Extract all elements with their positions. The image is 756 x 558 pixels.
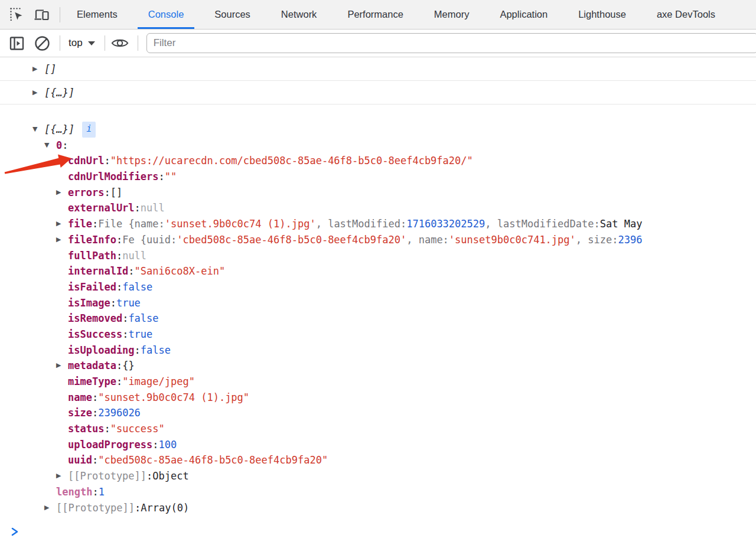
value-segment-plain: : — [92, 484, 98, 500]
console-tree-row: externalUrl: null — [0, 200, 756, 216]
tab-performance[interactable]: Performance — [332, 0, 418, 29]
value-segment-string: "Sani6co8X-ein" — [135, 263, 226, 279]
disclosure-triangle-icon[interactable]: ▶ — [44, 500, 56, 516]
value-segment-plain: : — [92, 452, 98, 468]
console-tree-row: isSuccess: true — [0, 327, 756, 342]
console-tree-row[interactable]: ▼0: — [0, 138, 756, 154]
console-tree-row[interactable]: ▶[[Prototype]]: Array(0) — [0, 500, 756, 516]
disclosure-triangle-icon[interactable]: ▶ — [32, 65, 44, 73]
console-tree-row: status: "success" — [0, 421, 756, 437]
value-segment-number: 2396 — [618, 232, 642, 248]
disclosure-triangle-icon[interactable]: ▼ — [32, 122, 44, 138]
array-preview[interactable]: [{…}] — [44, 87, 74, 99]
log-entry-collapsed[interactable]: ▶ [{…}] — [0, 81, 756, 105]
console-tree-row: isRemoved: false — [0, 311, 756, 327]
value-segment-plain: : — [110, 295, 116, 311]
tab-axe-devtools[interactable]: axe DevTools — [641, 0, 731, 29]
console-sidebar-icon[interactable] — [8, 34, 25, 52]
value-segment-key: mimeType — [68, 374, 116, 390]
array-preview[interactable]: [{…}] — [44, 122, 74, 138]
tab-lighthouse[interactable]: Lighthouse — [563, 0, 641, 29]
value-segment-proto: [[Prototype]] — [68, 468, 146, 484]
value-segment-plain: : — [116, 374, 122, 390]
console-tree-row: uuid: "cbed508c-85ae-46f8-b5c0-8eef4cb9f… — [0, 452, 756, 468]
value-segment-preview: File {name: — [98, 216, 165, 232]
log-entry-collapsed[interactable]: ▶ [] — [0, 57, 756, 81]
value-segment-number: 1 — [99, 484, 105, 500]
value-segment-number: false — [122, 279, 152, 295]
value-segment-plain: : — [104, 421, 110, 437]
value-segment-plain: : — [116, 358, 122, 374]
tab-sources[interactable]: Sources — [199, 0, 266, 29]
disclosure-triangle-icon[interactable]: ▼ — [44, 138, 56, 154]
context-selector[interactable]: top — [69, 37, 95, 49]
value-segment-key: cdnUrlModifiers — [68, 169, 159, 185]
console-tree-row: isFailed: false — [0, 279, 756, 295]
prompt-chevron-icon — [11, 527, 19, 536]
value-segment-string: "" — [165, 169, 177, 185]
value-segment-null: null — [141, 200, 165, 216]
console-tree-row: isImage: true — [0, 295, 756, 311]
value-segment-plain: : — [128, 263, 134, 279]
tab-elements[interactable]: Elements — [61, 0, 133, 29]
tab-application[interactable]: Application — [484, 0, 563, 29]
disclosure-triangle-icon[interactable]: ▶ — [56, 468, 68, 484]
console-prompt[interactable] — [0, 527, 756, 536]
value-segment-string: 'sunset.9b0c0c74 (1).jpg' — [165, 216, 316, 232]
value-segment-keydim: length — [56, 484, 92, 500]
value-segment-proto: [[Prototype]] — [56, 500, 135, 516]
value-segment-plain: : — [116, 248, 122, 264]
value-segment-plain: : — [159, 169, 165, 185]
console-tree-row: uploadProgress: 100 — [0, 437, 756, 453]
value-segment-preview: , size: — [576, 232, 618, 248]
value-segment-key: uploadProgress — [68, 437, 152, 453]
value-segment-plain: : — [146, 468, 152, 484]
tab-memory[interactable]: Memory — [419, 0, 485, 29]
object-tree: ▼0: cdnUrl: "https://ucarecdn.com/cbed50… — [0, 138, 756, 516]
console-tree-row[interactable]: ▶metadata: {} — [0, 358, 756, 374]
chevron-down-icon — [88, 41, 95, 45]
value-segment-key: name — [68, 390, 92, 406]
device-toolbar-icon[interactable] — [33, 6, 51, 24]
value-segment-plain: : — [135, 200, 141, 216]
value-segment-key: isUploading — [68, 342, 135, 358]
value-segment-plain: : — [135, 500, 141, 516]
console-tree-row[interactable]: ▶errors: [] — [0, 185, 756, 201]
info-badge[interactable]: i — [82, 122, 96, 138]
value-segment-preview: , name: — [406, 232, 449, 248]
value-segment-string: "https://ucarecdn.com/cbed508c-85ae-46f8… — [110, 153, 473, 169]
disclosure-triangle-icon[interactable]: ▶ — [56, 232, 68, 248]
value-segment-plain: : — [92, 390, 98, 406]
value-segment-key: isSuccess — [68, 327, 122, 342]
console-output: ▶ [] ▶ [{…}] ▼ [{…}] i ▼0: cdnUrl: "http… — [0, 57, 756, 536]
array-preview[interactable]: [] — [44, 63, 56, 75]
value-segment-number: 1716033202529 — [406, 216, 485, 232]
console-tree-row[interactable]: ▶file: File {name: 'sunset.9b0c0c74 (1).… — [0, 216, 756, 232]
console-tree-row[interactable]: ▼ [{…}] i — [0, 122, 756, 138]
console-tree-row: name: "sunset.9b0c0c74 (1).jpg" — [0, 390, 756, 406]
clear-console-icon[interactable] — [33, 34, 51, 52]
value-segment-number: false — [141, 342, 171, 358]
disclosure-triangle-icon[interactable]: ▶ — [56, 358, 68, 374]
toolbar-divider — [138, 35, 138, 51]
console-tree-row: isUploading: false — [0, 342, 756, 358]
console-tree-row[interactable]: ▶[[Prototype]]: Object — [0, 468, 756, 484]
inspect-icon[interactable] — [8, 6, 25, 24]
log-entry-expanded: ▼ [{…}] i ▼0: cdnUrl: "https://ucarecdn.… — [0, 105, 756, 515]
tab-console[interactable]: Console — [133, 0, 200, 29]
tab-network[interactable]: Network — [266, 0, 333, 29]
value-segment-key: externalUrl — [68, 200, 135, 216]
console-tree-row[interactable]: ▶fileInfo: Fe {uuid: 'cbed508c-85ae-46f8… — [0, 232, 756, 248]
value-segment-plain: [] — [110, 185, 122, 201]
disclosure-triangle-icon[interactable]: ▶ — [56, 216, 68, 232]
filter-input[interactable] — [146, 33, 756, 53]
value-segment-key: 0 — [56, 138, 62, 154]
disclosure-triangle-icon[interactable]: ▶ — [56, 185, 68, 201]
value-segment-plain: : — [152, 437, 158, 453]
value-segment-number: 100 — [159, 437, 177, 453]
disclosure-triangle-icon[interactable]: ▶ — [32, 89, 44, 96]
value-segment-string: "cbed508c-85ae-46f8-b5c0-8eef4cb9fa20" — [98, 452, 328, 468]
value-segment-plain: Object — [152, 468, 188, 484]
eye-icon[interactable] — [111, 34, 129, 52]
value-segment-key: cdnUrl — [68, 153, 104, 169]
